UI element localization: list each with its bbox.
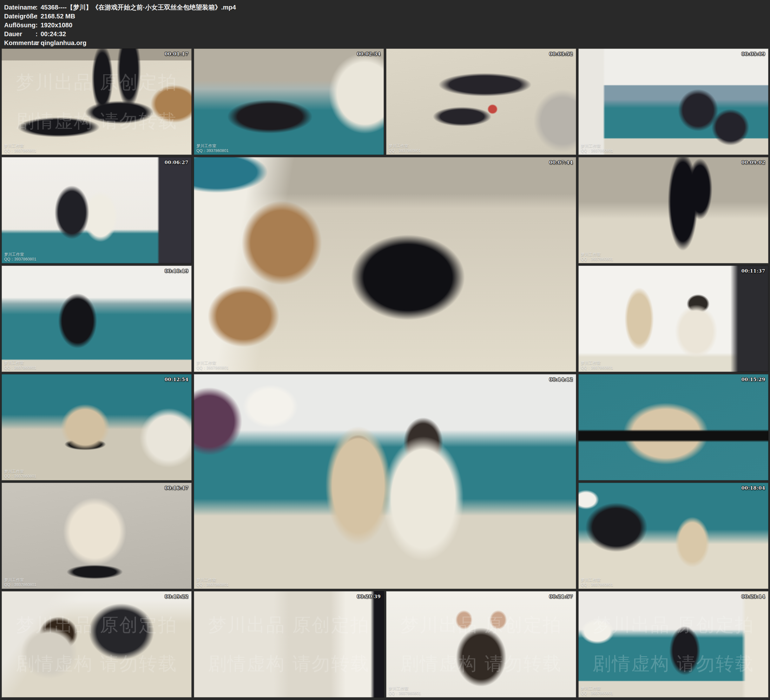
watermark-qq-number: QQ：3937860801 [389,149,421,154]
watermark-line: 梦川出品 原创定拍 [16,613,177,637]
video-thumbnail: 00:16:47 梦川工作室QQ：3937860801 [2,483,192,589]
watermark-studio-name: 梦川工作室 [389,686,421,692]
watermark-line: 剧情虚构 请勿转载 [208,651,370,676]
watermark-qq-number: QQ：3937860801 [4,583,36,588]
watermark-qq-number: QQ：3937860801 [581,149,613,154]
studio-watermark: 梦川工作室QQ：3937860801 [196,578,228,588]
watermark-studio-name: 梦川工作室 [581,578,613,583]
file-metadata-header: Dateiname:45368----【梦川】《在游戏开始之前·小女王双丝全包绝… [0,0,770,47]
anti-piracy-watermark: 梦川出品 原创定拍剧情虚构 请勿转载 [578,591,768,697]
watermark-studio-name: 梦川工作室 [196,361,228,366]
anti-piracy-watermark: 梦川出品 原创定拍剧情虚构 请勿转载 [386,591,576,697]
video-thumbnail: 00:09:02 梦川工作室QQ：3937860801 [578,157,768,263]
timestamp-overlay: 00:18:04 [741,485,765,491]
video-thumbnail: 00:15:29 [578,374,768,480]
watermark-studio-name: 梦川工作室 [581,144,613,149]
video-thumbnail: 00:19:22 梦川出品 原创定拍剧情虚构 请勿转载 [2,591,192,697]
watermark-qq-number: QQ：3937860801 [4,257,36,262]
watermark-line: 梦川出品 原创定拍 [400,613,562,637]
timestamp-overlay: 00:21:57 [549,594,573,599]
video-thumbnail: 00:20:39 梦川出品 原创定拍剧情虚构 请勿转载 [194,591,384,697]
watermark-qq-number: QQ：3937860801 [581,691,613,696]
anti-piracy-watermark: 梦川出品 原创定拍剧情虚构 请勿转载 [2,591,192,697]
watermark-studio-name: 梦川工作室 [581,252,613,258]
timestamp-overlay: 00:10:19 [165,268,188,274]
studio-watermark: 梦川工作室QQ：3937860801 [4,469,36,479]
timestamp-overlay: 00:02:34 [357,51,381,57]
watermark-studio-name: 梦川工作室 [389,144,421,149]
watermark-qq-number: QQ：3937860801 [196,583,228,588]
meta-row-dauer: Dauer:00:24:32 [4,29,770,38]
studio-watermark: 梦川工作室QQ：3937860801 [4,144,36,154]
timestamp-overlay: 00:23:14 [741,594,765,599]
meta-colon: : [36,29,40,38]
meta-value-filesize: 2168.52 MB [40,13,75,19]
studio-watermark: 梦川工作室QQ：3937860801 [581,144,613,154]
watermark-line: 剧情虚构 请勿转载 [400,651,562,676]
timestamp-overlay: 00:03:52 [549,51,573,57]
video-thumbnail: 00:21:57 梦川出品 原创定拍剧情虚构 请勿转载 梦川工作室QQ：3937… [386,591,576,697]
studio-watermark: 梦川工作室QQ：3937860801 [196,144,228,154]
video-thumbnail: 00:03:52 梦川工作室QQ：3937860801 [386,49,576,155]
studio-watermark: 梦川工作室QQ：3937860801 [4,578,36,588]
anti-piracy-watermark: 梦川出品 原创定拍剧情虚构 请勿转载 [2,49,192,155]
studio-watermark: 梦川工作室QQ：3937860801 [389,686,421,696]
watermark-qq-number: QQ：3937860801 [581,583,613,588]
timestamp-overlay: 00:12:54 [165,377,188,382]
watermark-studio-name: 梦川工作室 [581,361,613,366]
studio-watermark: 梦川工作室QQ：3937860801 [4,252,36,262]
video-thumbnail-large: 00:07:44 梦川工作室QQ：3937860801 [194,157,576,372]
meta-value-filename: 45368----【梦川】《在游戏开始之前·小女王双丝全包绝望装箱》.mp4 [40,4,236,11]
meta-colon: : [36,12,40,21]
meta-colon: : [36,21,40,29]
watermark-studio-name: 梦川工作室 [196,144,228,149]
watermark-qq-number: QQ：3937860801 [4,366,36,371]
meta-colon: : [36,3,40,12]
timestamp-overlay: 00:15:29 [741,377,765,382]
watermark-studio-name: 梦川工作室 [196,578,228,583]
studio-watermark: 梦川工作室QQ：3937860801 [581,361,613,371]
thumbnail-grid: 00:01:17 梦川出品 原创定拍剧情虚构 请勿转载 梦川工作室QQ：3937… [0,49,770,697]
watermark-line: 梦川出品 原创定拍 [208,613,370,637]
watermark-qq-number: QQ：3937860801 [389,691,421,696]
watermark-line: 剧情虚构 请勿转载 [593,651,754,676]
video-thumbnail: 00:05:09 梦川工作室QQ：3937860801 [578,49,768,155]
watermark-studio-name: 梦川工作室 [4,361,36,366]
timestamp-overlay: 00:01:17 [165,51,188,57]
studio-watermark: 梦川工作室QQ：3937860801 [196,361,228,371]
watermark-qq-number: QQ：3937860801 [196,366,228,371]
anti-piracy-watermark: 梦川出品 原创定拍剧情虚构 请勿转载 [194,591,384,697]
meta-row-kommentar: Kommentar:qinglanhua.org [4,38,770,47]
watermark-qq-number: QQ：3937860801 [4,149,36,154]
timestamp-overlay: 00:19:22 [165,594,188,599]
watermark-qq-number: QQ：3937860801 [581,257,613,262]
meta-row-dateigroesse: Dateigröße:2168.52 MB [4,12,770,21]
watermark-line: 剧情虚构 请勿转载 [16,109,177,134]
timestamp-overlay: 00:11:37 [741,268,765,274]
watermark-line: 梦川出品 原创定拍 [16,70,177,95]
timestamp-overlay: 00:14:12 [549,377,573,382]
meta-value-resolution: 1920x1080 [40,21,72,29]
watermark-qq-number: QQ：3937860801 [196,149,228,154]
studio-watermark: 梦川工作室QQ：3937860801 [389,144,421,154]
video-thumbnail: 00:06:27 梦川工作室QQ：3937860801 [2,157,192,263]
watermark-studio-name: 梦川工作室 [4,578,36,583]
meta-label: Dateigröße [4,12,36,21]
watermark-qq-number: QQ：3937860801 [581,366,613,371]
watermark-line: 剧情虚构 请勿转载 [16,651,177,676]
timestamp-overlay: 00:20:39 [357,594,381,599]
meta-row-dateiname: Dateiname:45368----【梦川】《在游戏开始之前·小女王双丝全包绝… [4,3,770,12]
meta-value-comment: qinglanhua.org [40,39,86,46]
watermark-qq-number: QQ：3937860801 [4,474,36,479]
video-thumbnail: 00:02:34 梦川工作室QQ：3937860801 [194,49,384,155]
video-thumbnail: 00:01:17 梦川出品 原创定拍剧情虚构 请勿转载 梦川工作室QQ：3937… [2,49,192,155]
timestamp-overlay: 00:16:47 [165,485,188,491]
watermark-studio-name: 梦川工作室 [4,469,36,475]
video-thumbnail: 00:12:54 梦川工作室QQ：3937860801 [2,374,192,480]
watermark-line: 梦川出品 原创定拍 [593,613,754,637]
video-thumbnail: 00:10:19 梦川工作室QQ：3937860801 [2,266,192,372]
timestamp-overlay: 00:07:44 [549,160,573,165]
timestamp-overlay: 00:05:09 [741,51,765,57]
studio-watermark: 梦川工作室QQ：3937860801 [4,361,36,371]
watermark-studio-name: 梦川工作室 [581,686,613,692]
